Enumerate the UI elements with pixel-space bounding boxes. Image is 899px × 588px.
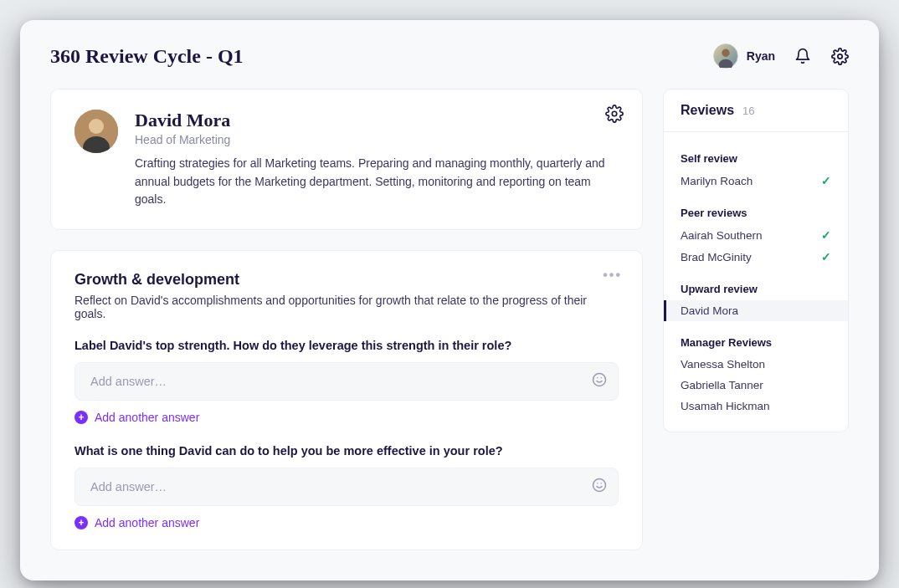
profile-description: Crafting strategies for all Marketing te… — [135, 155, 619, 209]
section-subtitle: Reflect on David's accomplishments and o… — [74, 294, 619, 320]
sidebar-title: Reviews — [681, 103, 734, 118]
group-manager-label: Manager Reviews — [664, 321, 848, 354]
svg-point-7 — [593, 374, 606, 386]
check-icon: ✓ — [821, 174, 831, 187]
add-answer-2-button[interactable]: + Add another answer — [74, 516, 619, 529]
emoji-icon[interactable] — [592, 372, 607, 391]
review-name: Brad McGinity — [681, 251, 752, 263]
review-item-active[interactable]: David Mora — [664, 300, 848, 321]
review-item[interactable]: Marilyn Roach ✓ — [664, 170, 848, 192]
answer-2-input[interactable] — [74, 468, 619, 506]
svg-point-2 — [837, 54, 841, 58]
review-item[interactable]: Vanessa Shelton — [664, 354, 848, 375]
svg-point-10 — [593, 479, 606, 492]
sidebar-header: Reviews 16 — [664, 89, 848, 132]
content: David Mora Head of Marketing Crafting st… — [50, 89, 849, 550]
plus-icon: + — [74, 516, 88, 529]
review-name: Aairah Southern — [681, 229, 763, 242]
question-1-label: Label David's top strength. How do they … — [74, 339, 619, 352]
answer-1-input[interactable] — [74, 362, 619, 401]
profile-avatar — [74, 110, 118, 153]
plus-icon: + — [74, 411, 88, 424]
review-item[interactable]: Aairah Southern ✓ — [664, 224, 848, 246]
add-answer-1-label: Add another answer — [95, 411, 199, 424]
check-icon: ✓ — [821, 250, 831, 263]
settings-icon[interactable] — [830, 47, 849, 65]
group-peer-label: Peer reviews — [664, 192, 848, 224]
svg-point-1 — [718, 59, 732, 68]
svg-point-6 — [612, 111, 617, 116]
header: 360 Review Cycle - Q1 Ryan — [50, 43, 849, 69]
review-item[interactable]: Gabriella Tanner — [664, 375, 848, 396]
review-name: David Mora — [681, 304, 738, 317]
svg-point-4 — [89, 119, 104, 134]
group-self-label: Self review — [664, 144, 848, 170]
add-answer-2-label: Add another answer — [95, 516, 199, 529]
sidebar-count: 16 — [742, 105, 754, 117]
emoji-icon[interactable] — [592, 478, 607, 496]
header-right: Ryan — [713, 43, 849, 69]
more-icon[interactable]: ••• — [603, 268, 622, 283]
section-card: ••• Growth & development Reflect on Davi… — [50, 250, 643, 550]
user-name: Ryan — [747, 49, 775, 63]
profile-role: Head of Marketing — [135, 133, 619, 146]
check-icon: ✓ — [821, 228, 831, 242]
reviews-sidebar: Reviews 16 Self review Marilyn Roach ✓ P… — [663, 89, 849, 432]
profile-card: David Mora Head of Marketing Crafting st… — [50, 89, 643, 230]
review-name: Marilyn Roach — [681, 175, 753, 187]
review-name: Usamah Hickman — [681, 400, 770, 412]
question-2-label: What is one thing David can do to help y… — [74, 444, 619, 458]
profile-settings-icon[interactable] — [605, 105, 624, 126]
app-window: 360 Review Cycle - Q1 Ryan — [20, 20, 879, 580]
user-avatar — [713, 43, 738, 69]
section-title: Growth & development — [74, 271, 619, 289]
profile-info: David Mora Head of Marketing Crafting st… — [135, 110, 619, 209]
add-answer-1-button[interactable]: + Add another answer — [74, 411, 619, 424]
review-item[interactable]: Usamah Hickman — [664, 396, 848, 417]
main-column: David Mora Head of Marketing Crafting st… — [50, 89, 643, 550]
sidebar-body: Self review Marilyn Roach ✓ Peer reviews… — [664, 132, 848, 432]
group-upward-label: Upward review — [664, 268, 848, 300]
user-chip[interactable]: Ryan — [713, 43, 775, 69]
answer-1-wrap — [74, 362, 619, 401]
review-name: Vanessa Shelton — [681, 358, 765, 371]
svg-point-0 — [722, 49, 729, 57]
notifications-icon[interactable] — [794, 47, 812, 65]
review-item[interactable]: Brad McGinity ✓ — [664, 246, 848, 268]
review-name: Gabriella Tanner — [681, 379, 763, 391]
answer-2-wrap — [74, 468, 619, 506]
profile-name: David Mora — [135, 110, 619, 131]
page-title: 360 Review Cycle - Q1 — [50, 45, 244, 68]
